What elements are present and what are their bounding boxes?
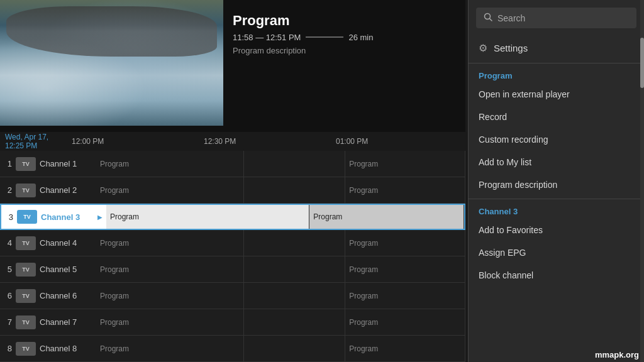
channel-name: Channel 8 xyxy=(40,344,96,353)
epg-date: Wed, Apr 17, 12:25 PM xyxy=(0,133,69,150)
programs-area: Program Program xyxy=(96,177,465,203)
channel-number: 7 xyxy=(0,317,16,327)
programs-area: Program Program xyxy=(96,309,465,335)
channel-icon: TV xyxy=(16,184,36,197)
time-progress-bar xyxy=(306,36,343,38)
table-row[interactable]: 4 TV Channel 4 Program Program xyxy=(0,230,465,256)
channel-name: Channel 5 xyxy=(40,265,96,274)
table-row[interactable]: 3 TV Channel 3 ▶ Program Program xyxy=(0,204,465,230)
program-cell[interactable] xyxy=(244,230,345,256)
settings-item[interactable]: ⚙ Settings xyxy=(469,36,644,60)
block-channel-item[interactable]: Block channel xyxy=(469,264,644,287)
program-cell[interactable]: Program xyxy=(96,256,244,282)
program-cell[interactable]: Program xyxy=(96,151,244,177)
left-panel: Program 11:58 — 12:51 PM 26 min Program … xyxy=(0,0,465,362)
programs-area: Program Program xyxy=(96,256,465,282)
program-cell[interactable] xyxy=(244,336,345,361)
channel-number: 4 xyxy=(0,238,16,248)
program-cell[interactable]: Program xyxy=(96,309,244,335)
program-cell[interactable]: Program xyxy=(309,205,464,229)
play-icon: ▶ xyxy=(97,214,103,221)
divider xyxy=(469,199,644,199)
program-cell[interactable]: Program xyxy=(106,205,309,229)
channel-number: 6 xyxy=(0,291,16,300)
table-row[interactable]: 1 TV Channel 1 Program Program xyxy=(0,151,465,177)
search-label: Search xyxy=(497,13,525,23)
channel-name: Channel 3 xyxy=(41,212,97,222)
channel-name: Channel 1 xyxy=(40,159,96,168)
epg-time-3: 01:00 PM xyxy=(333,137,465,146)
channel-icon: TV xyxy=(16,157,36,171)
table-row[interactable]: 6 TV Channel 6 Program Program xyxy=(0,283,465,309)
program-cell[interactable]: Program xyxy=(345,283,465,309)
program-cell[interactable]: Program xyxy=(345,230,465,256)
divider xyxy=(469,63,644,63)
scrollbar[interactable] xyxy=(640,0,644,362)
channel-icon: TV xyxy=(16,342,36,356)
programs-area: Program Program xyxy=(96,230,465,256)
table-row[interactable]: 5 TV Channel 5 Program Program xyxy=(0,256,465,283)
program-cell[interactable]: Program xyxy=(96,230,244,256)
search-icon xyxy=(484,13,492,23)
program-cell[interactable] xyxy=(244,151,345,177)
scrollbar-thumb[interactable] xyxy=(640,38,644,88)
program-cell[interactable] xyxy=(244,256,345,282)
channel-number: 8 xyxy=(0,344,16,353)
channel-icon: TV xyxy=(16,236,36,250)
table-row[interactable]: 8 TV Channel 8 Program Program xyxy=(0,336,465,362)
channel-icon: TV xyxy=(16,315,36,329)
assign-epg-item[interactable]: Assign EPG xyxy=(469,241,644,264)
program-cell[interactable]: Program xyxy=(345,256,465,282)
channel-number: 3 xyxy=(1,212,17,222)
programs-area: Program Program xyxy=(96,151,465,177)
program-cell[interactable]: Program xyxy=(96,177,244,203)
program-title: Program xyxy=(233,13,453,29)
channel-number: 5 xyxy=(0,265,16,274)
add-to-favorites-item[interactable]: Add to Favorites xyxy=(469,219,644,241)
open-external-player-item[interactable]: Open in external player xyxy=(469,83,644,106)
program-cell[interactable] xyxy=(244,309,345,335)
channel-name: Channel 6 xyxy=(40,291,96,300)
program-cell[interactable]: Program xyxy=(345,309,465,335)
epg-time-2: 12:30 PM xyxy=(201,137,333,146)
epg-header: Wed, Apr 17, 12:25 PM 12:00 PM 12:30 PM … xyxy=(0,132,465,151)
channel-name: Channel 4 xyxy=(40,238,96,248)
table-row[interactable]: 7 TV Channel 7 Program Program xyxy=(0,309,465,336)
record-item[interactable]: Record xyxy=(469,106,644,128)
channel-icon: TV xyxy=(17,210,37,224)
epg-grid: 1 TV Channel 1 Program Program 2 TV Chan… xyxy=(0,151,465,362)
program-cell[interactable]: Program xyxy=(345,151,465,177)
epg-times: 12:00 PM 12:30 PM 01:00 PM xyxy=(69,137,465,146)
program-description-item[interactable]: Program description xyxy=(469,173,644,196)
channel-number: 1 xyxy=(0,159,16,168)
duration: 26 min xyxy=(348,33,373,42)
program-info: Program 11:58 — 12:51 PM 26 min Program … xyxy=(233,13,453,55)
gear-icon: ⚙ xyxy=(479,42,487,54)
program-cell[interactable] xyxy=(244,177,345,203)
svg-line-1 xyxy=(490,19,492,21)
settings-label: Settings xyxy=(494,43,528,53)
program-cell[interactable]: Program xyxy=(345,177,465,203)
program-cell[interactable]: Program xyxy=(96,336,244,361)
channel-number: 2 xyxy=(0,185,16,195)
program-cell[interactable]: Program xyxy=(96,283,244,309)
search-bar[interactable]: Search xyxy=(476,8,636,28)
epg-time-1: 12:00 PM xyxy=(69,137,201,146)
time-range: 11:58 — 12:51 PM xyxy=(233,33,301,42)
context-menu: Search ⚙ Settings Program Open in extern… xyxy=(468,0,644,362)
custom-recording-item[interactable]: Custom recording xyxy=(469,128,644,151)
program-description: Program description xyxy=(233,46,453,55)
program-section-label: Program xyxy=(469,66,644,83)
channel-section-label: Channel 3 xyxy=(469,202,644,219)
channel-name: Channel 7 xyxy=(40,317,96,327)
video-thumbnail xyxy=(0,0,223,126)
program-cell[interactable] xyxy=(244,283,345,309)
watermark: mmapk.org xyxy=(595,350,639,359)
programs-area: Program Program xyxy=(96,283,465,309)
program-time: 11:58 — 12:51 PM 26 min xyxy=(233,33,453,42)
channel-icon: TV xyxy=(16,289,36,303)
table-row[interactable]: 2 TV Channel 2 Program Program xyxy=(0,177,465,204)
add-to-my-list-item[interactable]: Add to My list xyxy=(469,151,644,173)
channel-name: Channel 2 xyxy=(40,185,96,195)
program-cell[interactable]: Program xyxy=(345,336,465,361)
